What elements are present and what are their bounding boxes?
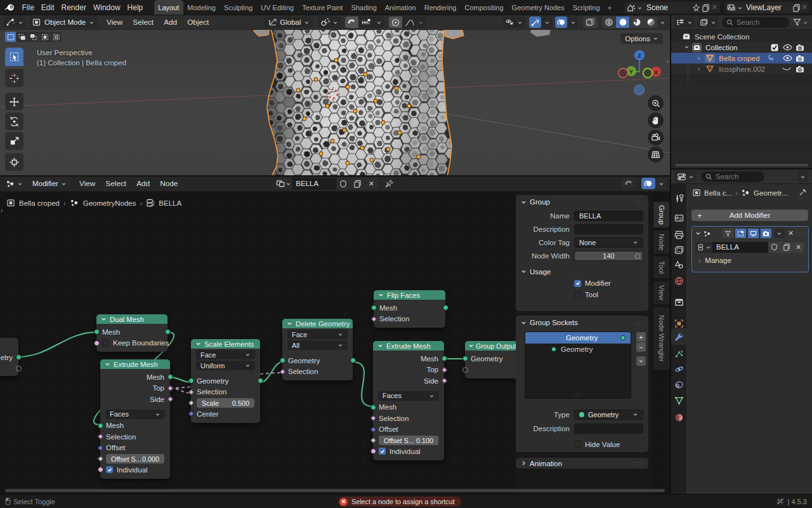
- svg-text:Y: Y: [629, 68, 634, 75]
- svg-text:X: X: [654, 69, 658, 76]
- svg-text:Z: Z: [638, 52, 641, 59]
